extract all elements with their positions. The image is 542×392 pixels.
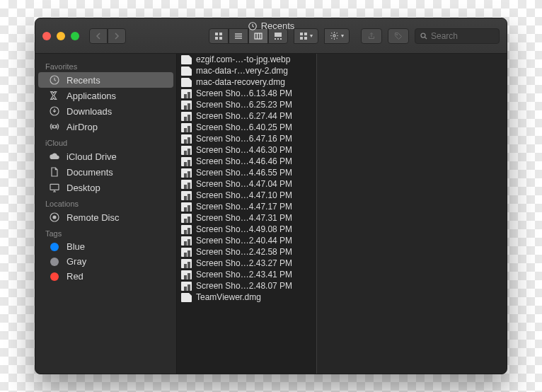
file-row[interactable]: Screen Sho…4.46.55 PM: [177, 167, 316, 178]
svg-rect-16: [304, 33, 307, 35]
file-name: ezgif.com-…-to-jpg.webp: [196, 54, 312, 64]
svg-rect-2: [219, 33, 222, 35]
sidebar-item-gray[interactable]: Gray: [38, 254, 173, 269]
sidebar-section-header: Locations: [35, 195, 176, 209]
svg-line-22: [425, 37, 427, 39]
file-name: Screen Sho…4.49.08 PM: [196, 224, 312, 234]
file-row[interactable]: Screen Sho…6.40.25 PM: [177, 122, 316, 133]
file-row[interactable]: Screen Sho…6.25.23 PM: [177, 99, 316, 110]
sidebar-item-icloud-drive[interactable]: iCloud Drive: [38, 149, 173, 164]
image-icon: [181, 100, 192, 110]
svg-rect-12: [275, 38, 276, 40]
back-button[interactable]: [89, 28, 108, 44]
svg-point-21: [421, 33, 425, 38]
file-name: Screen Sho…2.43.27 PM: [196, 258, 312, 268]
sidebar-item-blue[interactable]: Blue: [38, 239, 173, 254]
file-column[interactable]: ezgif.com-…-to-jpg.webpmac-data-r…very-2…: [177, 54, 317, 374]
toolbar-center: ▾ ▾: [209, 28, 350, 44]
traffic-lights: [42, 32, 79, 40]
gear-icon: [330, 31, 339, 40]
sidebar-item-documents[interactable]: Documents: [38, 164, 173, 180]
search-input[interactable]: [431, 31, 488, 41]
file-row[interactable]: Screen Sho…4.47.31 PM: [177, 212, 316, 224]
file-row[interactable]: Screen Sho…2.48.07 PM: [177, 280, 316, 292]
sidebar-section-header: Tags: [35, 225, 176, 239]
document-icon: [181, 293, 192, 302]
sidebar-item-red[interactable]: Red: [38, 269, 173, 284]
sidebar-item-label: Gray: [67, 256, 86, 267]
search-field[interactable]: [415, 28, 500, 44]
file-pane: ezgif.com-…-to-jpg.webpmac-data-r…very-2…: [177, 54, 507, 374]
file-name: Screen Sho…4.46.30 PM: [196, 145, 312, 155]
sidebar-item-airdrop[interactable]: AirDrop: [38, 119, 173, 134]
preview-column: [317, 54, 507, 374]
view-list-button[interactable]: [229, 28, 248, 44]
file-row[interactable]: Screen Sho…4.47.17 PM: [177, 201, 316, 212]
sidebar-item-desktop[interactable]: Desktop: [38, 180, 173, 195]
sidebar-item-downloads[interactable]: Downloads: [38, 103, 173, 119]
disc-icon: [48, 212, 61, 223]
share-button[interactable]: [361, 28, 382, 44]
clock-icon: [48, 74, 61, 86]
file-row[interactable]: Screen Sho…6.47.16 PM: [177, 133, 316, 144]
image-icon: [181, 270, 192, 279]
view-columns-button[interactable]: [248, 28, 268, 44]
document-icon: [181, 78, 192, 87]
image-icon: [181, 112, 192, 121]
toolbar-right: [361, 28, 500, 44]
minimize-button[interactable]: [57, 32, 65, 40]
file-row[interactable]: Screen Sho…2.40.44 PM: [177, 235, 316, 246]
file-row[interactable]: Screen Sho…4.47.04 PM: [177, 178, 316, 190]
file-name: mac-data-recovery.dmg: [196, 77, 312, 87]
file-name: TeamViewer.dmg: [196, 292, 312, 302]
action-button[interactable]: ▾: [324, 28, 350, 44]
sidebar-item-label: Desktop: [67, 183, 100, 193]
sidebar-item-label: Red: [67, 271, 83, 282]
file-row[interactable]: Screen Sho…2.42.58 PM: [177, 246, 316, 258]
svg-rect-8: [255, 33, 262, 39]
file-row[interactable]: Screen Sho…4.46.46 PM: [177, 156, 316, 167]
view-icons-button[interactable]: [209, 28, 229, 44]
file-row[interactable]: Screen Sho…6.13.48 PM: [177, 88, 316, 99]
tag-icon: [48, 258, 61, 266]
image-icon: [181, 214, 192, 223]
image-icon: [181, 282, 192, 291]
file-row[interactable]: Screen Sho…4.49.08 PM: [177, 224, 316, 235]
image-icon: [181, 89, 192, 98]
download-icon: [48, 105, 61, 117]
sidebar-item-recents[interactable]: Recents: [38, 72, 173, 88]
sidebar-section-header: Favorites: [35, 58, 176, 72]
svg-rect-1: [215, 33, 218, 35]
action-segment: ▾: [324, 28, 350, 44]
forward-button[interactable]: [108, 28, 126, 44]
image-icon: [181, 157, 192, 166]
file-name: Screen Sho…4.46.55 PM: [196, 168, 312, 178]
app-icon: [48, 90, 61, 101]
file-row[interactable]: Screen Sho…2.43.27 PM: [177, 258, 316, 269]
file-row[interactable]: Screen Sho…4.46.30 PM: [177, 144, 316, 156]
fullscreen-button[interactable]: [71, 32, 79, 40]
sidebar-item-label: Documents: [67, 167, 113, 178]
file-row[interactable]: mac-data-recovery.dmg: [177, 76, 316, 88]
view-gallery-button[interactable]: [268, 28, 288, 44]
file-row[interactable]: Screen Sho…4.47.10 PM: [177, 190, 316, 201]
close-button[interactable]: [42, 32, 51, 40]
tag-button[interactable]: [388, 28, 409, 44]
file-name: Screen Sho…2.40.44 PM: [196, 236, 312, 246]
file-row[interactable]: Screen Sho…2.43.41 PM: [177, 269, 316, 280]
file-row[interactable]: mac-data-r…very-2.dmg: [177, 65, 316, 76]
svg-point-20: [396, 34, 398, 35]
finder-window: Recents: [35, 18, 507, 374]
file-name: Screen Sho…6.13.48 PM: [196, 88, 312, 98]
sidebar-item-applications[interactable]: Applications: [38, 88, 173, 103]
file-row[interactable]: Screen Sho…6.27.44 PM: [177, 110, 316, 122]
file-row[interactable]: ezgif.com-…-to-jpg.webp: [177, 54, 316, 65]
file-name: Screen Sho…2.48.07 PM: [196, 281, 312, 291]
image-icon: [181, 123, 192, 132]
document-icon: [181, 55, 192, 64]
sidebar-item-remote-disc[interactable]: Remote Disc: [38, 209, 173, 225]
group-button[interactable]: ▾: [294, 28, 318, 44]
desktop-icon: [48, 182, 61, 193]
file-row[interactable]: TeamViewer.dmg: [177, 292, 316, 303]
image-icon: [181, 248, 192, 257]
